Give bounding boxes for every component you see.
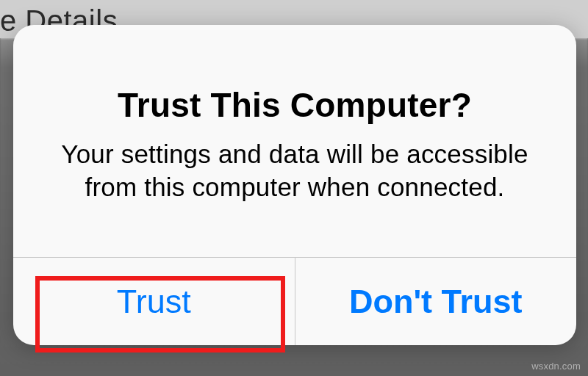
dialog-title: Trust This Computer? <box>118 85 472 125</box>
trust-button[interactable]: Trust <box>13 258 295 345</box>
dont-trust-button-label: Don't Trust <box>349 283 523 321</box>
trust-dialog: Trust This Computer? Your settings and d… <box>13 25 576 345</box>
trust-button-label: Trust <box>117 283 191 321</box>
watermark-text: wsxdn.com <box>531 361 581 372</box>
dont-trust-button[interactable]: Don't Trust <box>295 258 577 345</box>
dialog-button-row: Trust Don't Trust <box>13 257 576 345</box>
dialog-content: Trust This Computer? Your settings and d… <box>13 25 576 257</box>
dialog-message: Your settings and data will be accessibl… <box>57 138 532 204</box>
